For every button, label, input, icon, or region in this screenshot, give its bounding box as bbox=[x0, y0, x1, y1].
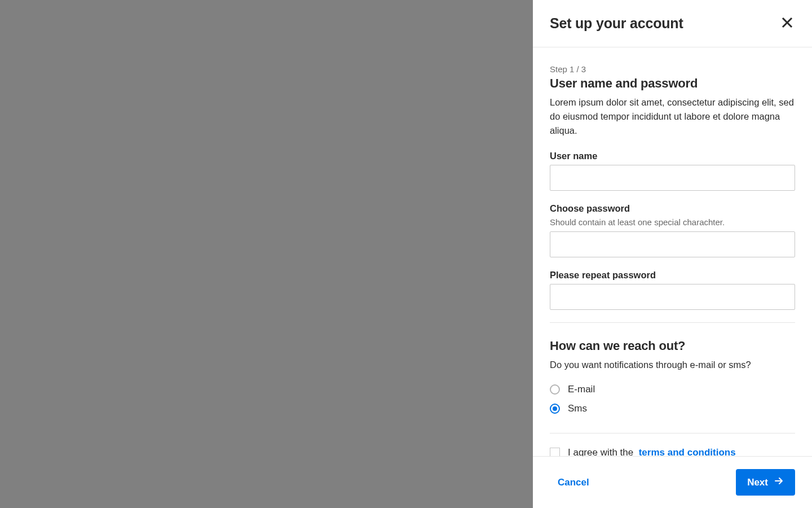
section-divider bbox=[550, 322, 795, 323]
panel-title: Set up your account bbox=[550, 15, 683, 32]
password-hint: Should contain at least one special char… bbox=[550, 217, 795, 227]
section-heading-contact: How can we reach out? bbox=[550, 339, 795, 353]
terms-checkbox[interactable] bbox=[550, 448, 560, 456]
terms-text: I agree with the terms and conditions bbox=[568, 447, 736, 456]
section-heading-credentials: User name and password bbox=[550, 76, 795, 91]
password-label: Choose password bbox=[550, 203, 795, 214]
panel-header: Set up your account bbox=[533, 0, 812, 47]
repeat-password-label: Please repeat password bbox=[550, 270, 795, 281]
next-button-label: Next bbox=[747, 477, 768, 488]
password-input[interactable] bbox=[550, 231, 795, 257]
radio-label-email: E-mail bbox=[568, 384, 595, 395]
panel-footer: Cancel Next bbox=[533, 456, 812, 508]
terms-text-prefix: I agree with the bbox=[568, 447, 633, 456]
repeat-password-input[interactable] bbox=[550, 284, 795, 310]
cancel-button[interactable]: Cancel bbox=[550, 471, 597, 494]
next-button[interactable]: Next bbox=[736, 469, 795, 496]
radio-option-email[interactable]: E-mail bbox=[550, 380, 795, 399]
radio-label-sms: Sms bbox=[568, 403, 587, 414]
account-setup-panel: Set up your account Step 1 / 3 User name… bbox=[533, 0, 812, 508]
username-input[interactable] bbox=[550, 165, 795, 191]
terms-link[interactable]: terms and conditions bbox=[639, 447, 736, 456]
close-icon bbox=[782, 17, 793, 30]
section-description-credentials: Lorem ipsum dolor sit amet, consectetur … bbox=[550, 95, 795, 137]
username-label: User name bbox=[550, 151, 795, 161]
radio-icon bbox=[550, 404, 560, 414]
field-repeat-password: Please repeat password bbox=[550, 270, 795, 310]
step-indicator: Step 1 / 3 bbox=[550, 64, 795, 74]
arrow-right-icon bbox=[774, 476, 784, 489]
contact-radio-group: E-mail Sms bbox=[550, 380, 795, 418]
field-password: Choose password Should contain at least … bbox=[550, 203, 795, 257]
terms-checkbox-row: I agree with the terms and conditions bbox=[550, 447, 795, 456]
radio-icon bbox=[550, 384, 560, 395]
radio-option-sms[interactable]: Sms bbox=[550, 399, 795, 418]
section-description-contact: Do you want notifications through e-mail… bbox=[550, 358, 795, 372]
field-username: User name bbox=[550, 151, 795, 191]
section-divider bbox=[550, 433, 795, 433]
close-button[interactable] bbox=[779, 15, 795, 32]
panel-body: Step 1 / 3 User name and password Lorem … bbox=[533, 47, 812, 456]
